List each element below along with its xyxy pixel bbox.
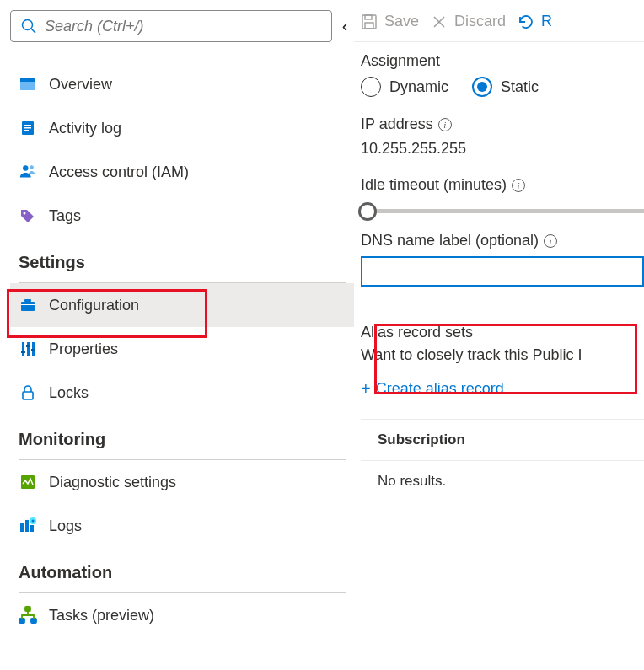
nav-label: Properties (49, 340, 118, 358)
svg-rect-28 (19, 619, 24, 623)
svg-rect-7 (24, 130, 29, 131)
svg-point-26 (32, 520, 35, 523)
toolbar: Save Discard R (354, 10, 644, 42)
svg-rect-12 (24, 299, 31, 302)
tags-icon (19, 206, 37, 225)
svg-rect-18 (26, 345, 30, 347)
dns-name-input[interactable] (361, 256, 644, 287)
refresh-button[interactable]: R (518, 13, 552, 30)
alias-record-text: Want to closely track this Public I (361, 346, 644, 364)
svg-rect-29 (31, 619, 36, 623)
nav-label: Tasks (preview) (49, 607, 154, 624)
save-button: Save (361, 13, 419, 30)
info-icon[interactable]: i (544, 234, 557, 248)
svg-rect-23 (25, 520, 29, 532)
info-icon[interactable]: i (438, 118, 452, 131)
nav-label: Locks (49, 384, 89, 402)
nav-label: Tags (49, 207, 81, 225)
nav-label: Logs (49, 517, 82, 535)
nav-tags[interactable]: Tags (10, 194, 354, 238)
lock-icon (19, 383, 37, 402)
svg-point-0 (23, 20, 33, 30)
svg-rect-17 (21, 351, 25, 353)
nav-logs[interactable]: Logs (10, 504, 354, 548)
svg-rect-13 (21, 304, 35, 305)
nav-diagnostic-settings[interactable]: Diagnostic settings (10, 460, 354, 504)
configuration-icon (19, 296, 37, 314)
activity-log-icon (19, 119, 37, 137)
svg-line-1 (31, 29, 35, 33)
properties-icon (19, 340, 37, 358)
nav-tasks[interactable]: Tasks (preview) (10, 593, 354, 637)
plus-icon: + (361, 379, 371, 399)
info-icon[interactable]: i (512, 179, 525, 192)
section-settings: Settings (10, 238, 354, 279)
no-results: No results. (361, 461, 644, 501)
nav-overview[interactable]: Overview (10, 62, 354, 106)
section-monitoring: Monitoring (10, 415, 354, 456)
alias-record-header: Alias record sets (361, 324, 644, 341)
svg-rect-27 (25, 607, 30, 611)
discard-button: Discard (431, 13, 506, 30)
dns-label: DNS name label (optional) i (361, 232, 644, 249)
nav-label: Diagnostic settings (49, 474, 176, 491)
nav-label: Overview (49, 76, 112, 94)
nav-configuration[interactable]: Configuration (10, 283, 354, 327)
search-input[interactable] (45, 18, 323, 35)
nav-label: Access control (IAM) (49, 163, 189, 181)
svg-rect-15 (27, 342, 30, 356)
radio-dynamic[interactable]: Dynamic (361, 77, 448, 97)
radio-static[interactable]: Static (472, 77, 539, 97)
nav-label: Configuration (49, 297, 139, 314)
svg-rect-20 (23, 392, 33, 399)
svg-rect-19 (31, 349, 35, 351)
slider-thumb[interactable] (358, 202, 377, 221)
nav-activity-log[interactable]: Activity log (10, 106, 354, 150)
svg-rect-3 (20, 78, 35, 82)
svg-rect-5 (24, 125, 31, 126)
logs-icon (19, 517, 37, 535)
idle-timeout-slider[interactable] (361, 209, 644, 213)
subscription-header: Subscription (361, 419, 644, 461)
search-icon (19, 17, 38, 35)
search-box[interactable] (10, 10, 332, 42)
ip-address-label: IP address i (361, 115, 644, 133)
nav-label: Activity log (49, 120, 121, 137)
idle-timeout-label: Idle timeout (minutes) i (361, 176, 644, 194)
svg-rect-22 (20, 523, 24, 532)
svg-rect-24 (30, 525, 34, 532)
create-alias-link[interactable]: + Create alias record (361, 379, 644, 399)
svg-rect-31 (365, 15, 372, 19)
diagnostic-icon (19, 473, 37, 491)
tasks-icon (19, 606, 37, 624)
svg-point-8 (23, 165, 28, 170)
svg-rect-21 (21, 475, 35, 489)
svg-point-10 (24, 212, 26, 215)
svg-point-9 (30, 165, 34, 169)
section-automation: Automation (10, 548, 354, 589)
assignment-label: Assignment (361, 52, 644, 70)
svg-rect-14 (22, 342, 24, 356)
ip-address-value: 10.255.255.255 (361, 140, 644, 158)
access-control-icon (19, 163, 37, 181)
svg-rect-6 (24, 127, 31, 129)
svg-rect-32 (365, 23, 373, 29)
nav-properties[interactable]: Properties (10, 327, 354, 371)
svg-rect-11 (21, 302, 35, 311)
nav-locks[interactable]: Locks (10, 371, 354, 415)
overview-icon (19, 75, 37, 94)
nav-access-control[interactable]: Access control (IAM) (10, 150, 354, 194)
collapse-sidebar-icon[interactable]: ‹‹ (342, 18, 347, 35)
